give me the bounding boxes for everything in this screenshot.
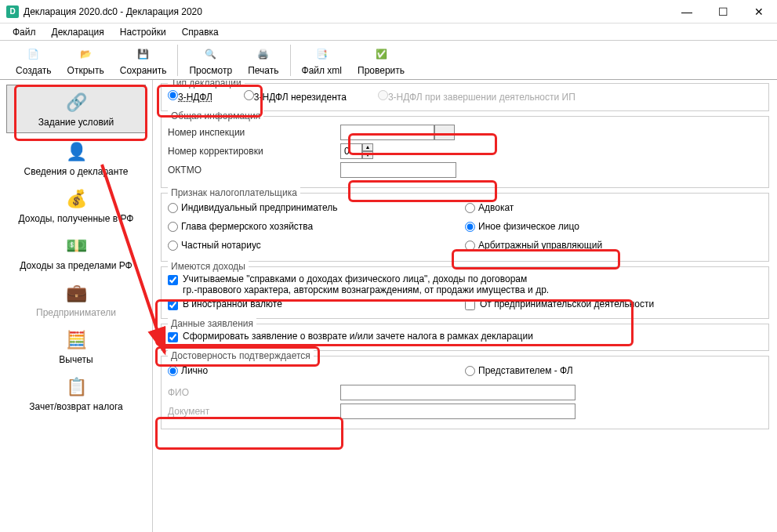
- statement-legend: Данные заявления: [168, 318, 256, 329]
- radio-personally[interactable]: Лично: [168, 365, 208, 376]
- menu-settings[interactable]: Настройки: [115, 25, 171, 39]
- fieldset-taxpayer: Признак налогоплательщика Индивидуальный…: [161, 193, 769, 262]
- checkbox-income-statements[interactable]: Учитываемые "справками о доходах физичес…: [168, 273, 762, 295]
- open-folder-icon: 📂: [76, 45, 95, 63]
- save-button[interactable]: 💾Сохранить: [112, 43, 175, 78]
- fieldset-income: Имеются доходы Учитываемые "справками о …: [161, 266, 769, 319]
- radio-arbitration[interactable]: Арбитражный управляющий: [465, 240, 602, 251]
- input-fio: [340, 385, 575, 400]
- checkbox-business-income[interactable]: От предпринимательской деятельности: [465, 299, 762, 310]
- radio-3ndfl[interactable]: 3-НДФЛ: [168, 90, 212, 103]
- radio-3ndfl-ip: 3-НДФЛ при завершении деятельности ИП: [378, 90, 575, 103]
- label-doc: Документ: [168, 406, 340, 417]
- toolbar: 📄Создать 📂Открыть 💾Сохранить 🔍Просмотр 🖨…: [0, 41, 777, 80]
- general-legend: Общая информация: [168, 110, 263, 121]
- briefcase-icon: 💼: [64, 280, 89, 306]
- input-inspection[interactable]: [340, 125, 434, 140]
- radio-other-person[interactable]: Иное физическое лицо: [465, 221, 579, 232]
- xml-icon: 📑: [312, 45, 331, 63]
- income-legend: Имеются доходы: [168, 261, 249, 272]
- create-button[interactable]: 📄Создать: [8, 43, 60, 78]
- calculator-icon: 🧮: [64, 328, 89, 353]
- check-button[interactable]: ✅Проверить: [350, 43, 412, 78]
- spinner-correction[interactable]: ▲▼: [340, 143, 373, 159]
- checkbox-form-statement[interactable]: Сформировать заявление о возврате и/или …: [168, 331, 762, 342]
- label-oktmo: ОКТМО: [168, 165, 340, 176]
- titlebar: D Декларация 2020.dc0 - Декларация 2020 …: [0, 0, 777, 24]
- preview-icon: 🔍: [202, 45, 220, 63]
- menu-declaration[interactable]: Декларация: [47, 25, 109, 39]
- label-fio: ФИО: [168, 387, 340, 398]
- fieldset-confirm: Достоверность подтверждается Лично Предс…: [161, 356, 769, 429]
- fieldset-decltype: Тип декларации 3-НДФЛ 3-НДФЛ нерезидента…: [161, 83, 769, 111]
- open-button[interactable]: 📂Открыть: [60, 43, 112, 78]
- maximize-button[interactable]: ☐: [705, 0, 741, 24]
- radio-notary[interactable]: Частный нотариус: [168, 240, 261, 251]
- decltype-legend: Тип декларации: [168, 80, 245, 89]
- save-disk-icon: 💾: [134, 45, 153, 63]
- sidebar-item-refund[interactable]: 📋Зачет/возврат налога: [0, 370, 152, 417]
- window-title: Декларация 2020.dc0 - Декларация 2020: [24, 6, 669, 17]
- inspection-lookup-button[interactable]: ...: [434, 125, 455, 140]
- radio-lawyer[interactable]: Адвокат: [465, 202, 514, 213]
- radio-representative[interactable]: Представителем - ФЛ: [465, 365, 573, 376]
- confirm-legend: Достоверность подтверждается: [168, 350, 314, 361]
- input-doc: [340, 404, 575, 419]
- minimize-button[interactable]: —: [669, 0, 705, 24]
- radio-farmer[interactable]: Глава фермерского хозяйства: [168, 221, 313, 232]
- sidebar-item-income-rf[interactable]: 💰Доходы, полученные в РФ: [0, 182, 152, 229]
- document-icon: 📋: [64, 375, 89, 400]
- print-button[interactable]: 🖨️Печать: [240, 43, 286, 78]
- new-file-icon: 📄: [24, 45, 43, 63]
- radio-ip[interactable]: Индивидуальный предприниматель: [168, 202, 337, 213]
- menubar: Файл Декларация Настройки Справка: [0, 24, 777, 41]
- sidebar-item-income-foreign[interactable]: 💵Доходы за пределами РФ: [0, 229, 152, 276]
- fieldset-general: Общая информация Номер инспекции ... Ном…: [161, 116, 769, 188]
- sidebar-item-conditions[interactable]: 🔗Задание условий: [6, 85, 146, 133]
- person-icon: 👤: [64, 139, 89, 165]
- label-inspection: Номер инспекции: [168, 127, 340, 138]
- label-correction: Номер корректировки: [168, 146, 340, 157]
- checkbox-foreign-currency[interactable]: В иностранной валюте: [168, 299, 465, 310]
- coins-icon: 💰: [64, 186, 89, 212]
- sidebar-item-declarant[interactable]: 👤Сведения о декларанте: [0, 135, 152, 182]
- xml-button[interactable]: 📑Файл xml: [294, 43, 350, 78]
- printer-icon: 🖨️: [254, 45, 273, 63]
- menu-help[interactable]: Справка: [177, 25, 223, 39]
- sidebar-item-entrepreneurs[interactable]: 💼Предприниматели: [0, 276, 152, 323]
- main-panel: Тип декларации 3-НДФЛ 3-НДФЛ нерезидента…: [153, 80, 777, 532]
- input-correction[interactable]: [340, 143, 362, 159]
- spin-up[interactable]: ▲: [362, 143, 373, 151]
- menu-file[interactable]: Файл: [8, 25, 41, 39]
- sidebar: 🔗Задание условий 👤Сведения о декларанте …: [0, 80, 153, 532]
- preview-button[interactable]: 🔍Просмотр: [181, 43, 240, 78]
- sidebar-item-deductions[interactable]: 🧮Вычеты: [0, 323, 152, 370]
- input-oktmo[interactable]: [340, 162, 456, 178]
- fieldset-statement: Данные заявления Сформировать заявление …: [161, 324, 769, 351]
- spin-down[interactable]: ▼: [362, 151, 373, 159]
- conditions-icon: 🔗: [64, 90, 89, 115]
- app-icon: D: [6, 5, 19, 18]
- radio-3ndfl-nonresident[interactable]: 3-НДФЛ нерезидента: [244, 90, 347, 103]
- close-button[interactable]: ✕: [741, 0, 777, 24]
- moneybag-icon: 💵: [64, 233, 89, 259]
- taxpayer-legend: Признак налогоплательщика: [168, 187, 300, 198]
- check-icon: ✅: [372, 45, 390, 63]
